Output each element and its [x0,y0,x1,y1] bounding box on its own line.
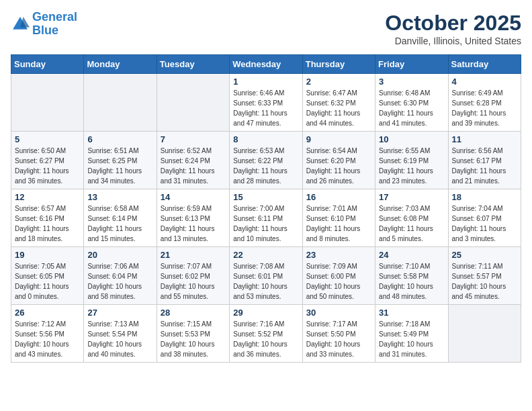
day-info: Sunrise: 6:56 AMSunset: 6:17 PMDaylight:… [452,146,517,186]
calendar-table: SundayMondayTuesdayWednesdayThursdayFrid… [11,54,521,363]
weekday-header-sunday: Sunday [11,55,84,74]
day-number: 18 [452,192,517,202]
day-info: Sunrise: 7:13 AMSunset: 5:54 PMDaylight:… [87,319,152,359]
day-info: Sunrise: 7:15 AMSunset: 5:53 PMDaylight:… [161,319,226,359]
day-number: 5 [15,134,80,144]
day-number: 17 [379,192,444,202]
calendar-cell: 4Sunrise: 6:49 AMSunset: 6:28 PMDaylight… [448,74,521,132]
calendar-cell: 22Sunrise: 7:08 AMSunset: 6:01 PMDayligh… [230,247,302,305]
day-info: Sunrise: 6:48 AMSunset: 6:30 PMDaylight:… [379,88,444,128]
logo-text: General Blue [32,11,77,38]
day-info: Sunrise: 6:52 AMSunset: 6:24 PMDaylight:… [161,146,226,186]
day-number: 9 [306,134,371,144]
calendar-week-row: 12Sunrise: 6:57 AMSunset: 6:16 PMDayligh… [11,189,521,247]
day-number: 21 [161,250,226,260]
day-info: Sunrise: 6:53 AMSunset: 6:22 PMDaylight:… [233,146,298,186]
calendar-cell: 8Sunrise: 6:53 AMSunset: 6:22 PMDaylight… [230,132,302,189]
day-info: Sunrise: 7:17 AMSunset: 5:50 PMDaylight:… [306,319,371,359]
day-info: Sunrise: 7:03 AMSunset: 6:08 PMDaylight:… [379,203,444,244]
calendar-cell: 11Sunrise: 6:56 AMSunset: 6:17 PMDayligh… [448,132,521,189]
day-number: 26 [15,308,80,318]
logo-icon [11,15,30,34]
calendar-header-row: SundayMondayTuesdayWednesdayThursdayFrid… [11,55,521,74]
day-number: 1 [233,77,298,87]
calendar-cell: 16Sunrise: 7:01 AMSunset: 6:10 PMDayligh… [302,189,375,247]
calendar-cell: 29Sunrise: 7:16 AMSunset: 5:52 PMDayligh… [230,305,302,363]
day-info: Sunrise: 7:11 AMSunset: 5:57 PMDaylight:… [452,261,517,302]
day-info: Sunrise: 6:55 AMSunset: 6:19 PMDaylight:… [379,146,444,186]
calendar-cell [157,74,229,132]
day-number: 10 [379,134,444,144]
calendar-week-row: 5Sunrise: 6:50 AMSunset: 6:27 PMDaylight… [11,132,521,189]
day-info: Sunrise: 7:10 AMSunset: 5:58 PMDaylight:… [379,261,444,302]
day-number: 7 [161,134,226,144]
calendar-cell: 24Sunrise: 7:10 AMSunset: 5:58 PMDayligh… [375,247,448,305]
calendar-cell: 14Sunrise: 6:59 AMSunset: 6:13 PMDayligh… [157,189,229,247]
day-info: Sunrise: 7:08 AMSunset: 6:01 PMDaylight:… [233,261,298,302]
day-info: Sunrise: 6:54 AMSunset: 6:20 PMDaylight:… [306,146,371,186]
calendar-cell: 10Sunrise: 6:55 AMSunset: 6:19 PMDayligh… [375,132,448,189]
page-header: General Blue October 2025 Danville, Illi… [11,11,521,46]
day-number: 20 [87,250,152,260]
day-number: 29 [233,308,298,318]
logo-line2: Blue [32,24,58,37]
calendar-week-row: 19Sunrise: 7:05 AMSunset: 6:05 PMDayligh… [11,247,521,305]
weekday-header-tuesday: Tuesday [157,55,229,74]
day-number: 11 [452,134,517,144]
calendar-cell: 3Sunrise: 6:48 AMSunset: 6:30 PMDaylight… [375,74,448,132]
day-number: 8 [233,134,298,144]
weekday-header-monday: Monday [84,55,157,74]
day-info: Sunrise: 6:59 AMSunset: 6:13 PMDaylight:… [161,203,226,244]
day-info: Sunrise: 7:01 AMSunset: 6:10 PMDaylight:… [306,203,371,244]
day-info: Sunrise: 6:57 AMSunset: 6:16 PMDaylight:… [15,203,80,244]
weekday-header-friday: Friday [375,55,448,74]
day-info: Sunrise: 7:04 AMSunset: 6:07 PMDaylight:… [452,203,517,244]
day-number: 28 [161,308,226,318]
calendar-cell: 7Sunrise: 6:52 AMSunset: 6:24 PMDaylight… [157,132,229,189]
day-number: 19 [15,250,80,260]
calendar-cell: 26Sunrise: 7:12 AMSunset: 5:56 PMDayligh… [11,305,84,363]
calendar-cell: 19Sunrise: 7:05 AMSunset: 6:05 PMDayligh… [11,247,84,305]
logo: General Blue [11,11,77,38]
day-number: 6 [87,134,152,144]
day-info: Sunrise: 7:06 AMSunset: 6:04 PMDaylight:… [87,261,152,302]
day-number: 22 [233,250,298,260]
calendar-cell: 15Sunrise: 7:00 AMSunset: 6:11 PMDayligh… [230,189,302,247]
calendar-cell: 31Sunrise: 7:18 AMSunset: 5:49 PMDayligh… [375,305,448,363]
calendar-cell: 21Sunrise: 7:07 AMSunset: 6:02 PMDayligh… [157,247,229,305]
day-info: Sunrise: 7:12 AMSunset: 5:56 PMDaylight:… [15,319,80,359]
day-number: 16 [306,192,371,202]
day-number: 12 [15,192,80,202]
day-info: Sunrise: 7:16 AMSunset: 5:52 PMDaylight:… [233,319,298,359]
calendar-cell: 1Sunrise: 6:46 AMSunset: 6:33 PMDaylight… [230,74,302,132]
day-info: Sunrise: 6:46 AMSunset: 6:33 PMDaylight:… [233,88,298,128]
day-number: 13 [87,192,152,202]
day-number: 4 [452,77,517,87]
day-info: Sunrise: 6:47 AMSunset: 6:32 PMDaylight:… [306,88,371,128]
day-info: Sunrise: 7:18 AMSunset: 5:49 PMDaylight:… [379,319,444,359]
day-number: 23 [306,250,371,260]
day-info: Sunrise: 7:05 AMSunset: 6:05 PMDaylight:… [15,261,80,302]
calendar-cell: 6Sunrise: 6:51 AMSunset: 6:25 PMDaylight… [84,132,157,189]
calendar-week-row: 1Sunrise: 6:46 AMSunset: 6:33 PMDaylight… [11,74,521,132]
calendar-cell [84,74,157,132]
calendar-cell [448,305,521,363]
logo-line1: General [32,10,77,24]
weekday-header-wednesday: Wednesday [230,55,302,74]
day-info: Sunrise: 6:58 AMSunset: 6:14 PMDaylight:… [87,203,152,244]
day-info: Sunrise: 7:07 AMSunset: 6:02 PMDaylight:… [161,261,226,302]
day-number: 31 [379,308,444,318]
day-number: 14 [161,192,226,202]
weekday-header-saturday: Saturday [448,55,521,74]
day-number: 25 [452,250,517,260]
calendar-cell: 28Sunrise: 7:15 AMSunset: 5:53 PMDayligh… [157,305,229,363]
day-info: Sunrise: 6:51 AMSunset: 6:25 PMDaylight:… [87,146,152,186]
day-info: Sunrise: 6:49 AMSunset: 6:28 PMDaylight:… [452,88,517,128]
calendar-cell: 12Sunrise: 6:57 AMSunset: 6:16 PMDayligh… [11,189,84,247]
calendar-title: October 2025 [385,11,521,36]
day-number: 24 [379,250,444,260]
weekday-header-thursday: Thursday [302,55,375,74]
day-number: 2 [306,77,371,87]
day-number: 27 [87,308,152,318]
calendar-cell: 18Sunrise: 7:04 AMSunset: 6:07 PMDayligh… [448,189,521,247]
